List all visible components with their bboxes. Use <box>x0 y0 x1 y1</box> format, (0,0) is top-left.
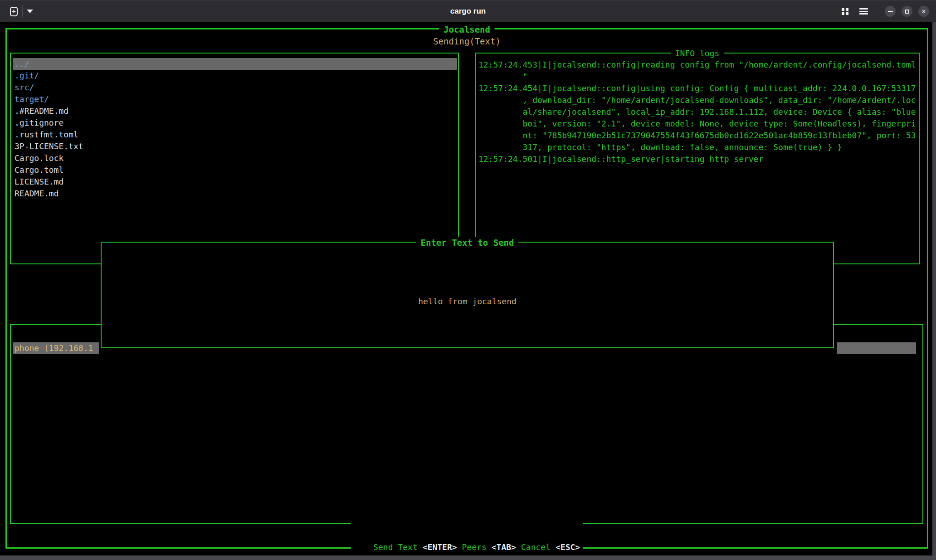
file-row[interactable]: Cargo.lock <box>13 152 457 164</box>
maximize-button[interactable] <box>902 6 912 17</box>
log-line: 12:57:24.453|I|jocalsend::config|reading… <box>478 59 918 71</box>
log-line: al/share/jocalsend", local_ip_addr: 192.… <box>478 106 918 118</box>
log-line: boi", version: "2.1", device_model: None… <box>478 118 918 130</box>
app-status: Sending(Text) <box>7 35 927 47</box>
minimize-icon <box>888 11 893 12</box>
peer-row[interactable]: phone (192.168.1 <box>13 342 99 354</box>
file-row[interactable]: src/ <box>13 82 457 93</box>
tiling-grid-icon[interactable] <box>842 8 848 15</box>
file-list: ../.git/src/target/.#README.md.gitignore… <box>13 58 457 200</box>
file-row[interactable]: target/ <box>13 93 457 105</box>
app-frame: Jocalsend Sending(Text) ../.git/src/targ… <box>5 28 928 549</box>
info-logs-title: INFO logs <box>671 48 724 59</box>
window-edge-bottom <box>0 555 936 560</box>
file-row[interactable]: .git/ <box>13 70 457 82</box>
file-row[interactable]: LICENSE.md <box>13 176 457 188</box>
file-row[interactable]: Cargo.toml <box>13 164 457 176</box>
log-line: 317, protocol: "https", download: false,… <box>478 141 918 153</box>
file-row[interactable]: ../ <box>13 58 457 70</box>
peer-row-highlight-right[interactable] <box>837 342 916 354</box>
log-line: " <box>478 71 918 83</box>
close-button[interactable]: ✕ <box>918 6 929 17</box>
close-icon: ✕ <box>921 9 926 15</box>
window-title: cargo run <box>0 0 936 22</box>
titlebar: + cargo run ✕ <box>0 0 936 22</box>
keybind-hint: Cancel<ESC> <box>521 542 580 552</box>
file-row[interactable]: .#README.md <box>13 105 457 117</box>
file-browser-panel: ../.git/src/target/.#README.md.gitignore… <box>10 53 459 264</box>
file-row[interactable]: .rustfmt.toml <box>13 129 457 141</box>
log-lines: 12:57:24.453|I|jocalsend::config|reading… <box>478 59 918 165</box>
modal-title: Enter Text to Send <box>416 237 519 248</box>
log-line: , download_dir: "/home/ardent/jocalsend-… <box>478 94 918 106</box>
log-line: nt: "785b947190e2b51c7379047554f43f6675d… <box>478 130 918 141</box>
keybind-hint: Peers<TAB> <box>462 542 521 552</box>
keybind-bar: Send Text<ENTER>Peers<TAB>Cancel<ESC> <box>351 518 583 553</box>
info-logs-panel: INFO logs 12:57:24.453|I|jocalsend::conf… <box>475 53 920 264</box>
log-line: 12:57:24.501|I|jocalsend::http_server|st… <box>478 153 918 165</box>
terminal-window: + cargo run ✕ Jocalsend Sending(Text) <box>0 0 936 560</box>
file-row[interactable]: 3P-LICENSE.txt <box>13 141 457 152</box>
hamburger-menu-icon[interactable] <box>859 8 868 15</box>
text-input-modal[interactable]: Enter Text to Send hello from jocalsend <box>101 242 834 348</box>
keybind-hint: Send Text<ENTER> <box>373 542 462 552</box>
app-title: Jocalsend <box>439 24 495 35</box>
text-input-value[interactable]: hello from jocalsend <box>102 296 833 307</box>
minimize-button[interactable] <box>885 6 896 17</box>
window-edge-right <box>932 22 936 560</box>
file-row[interactable]: README.md <box>13 188 457 200</box>
file-row[interactable]: .gitignore <box>13 117 457 129</box>
peers-panel: phone (192.168.1 <box>10 324 923 524</box>
window-controls: ✕ <box>842 0 929 22</box>
maximize-icon <box>905 10 909 14</box>
log-line: 12:57:24.454|I|jocalsend::config|using c… <box>478 83 918 94</box>
